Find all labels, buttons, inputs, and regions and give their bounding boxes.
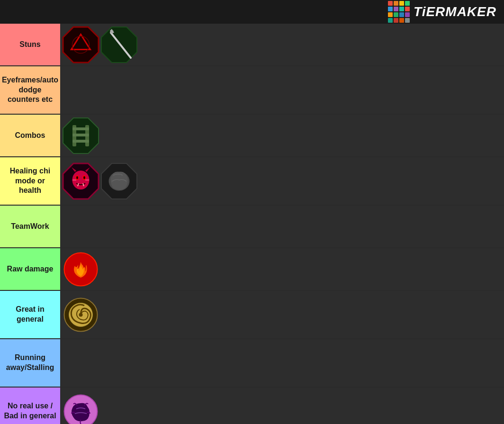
stuns-icon-2 (101, 27, 137, 63)
nouse-icon-1 (63, 394, 99, 424)
svg-point-19 (76, 176, 78, 179)
tier-label-healing: Healing chi mode or health (0, 157, 60, 205)
tier-row-rawdmg: Raw damage (0, 248, 504, 291)
tier-content-teamwork (60, 206, 504, 247)
svg-marker-1 (63, 27, 99, 63)
svg-rect-14 (72, 140, 89, 143)
svg-marker-5 (101, 27, 137, 63)
stuns-icon-1 (63, 27, 99, 63)
tier-content-stuns (60, 24, 504, 65)
tier-content-rawdmg (60, 248, 504, 290)
tier-label-eyeframes: Eyeframes/auto dodge counters etc (0, 66, 60, 114)
tier-content-eyeframes (60, 66, 504, 114)
tier-row-great: Great in general (0, 291, 504, 339)
svg-point-20 (83, 176, 85, 179)
logo-text: TiERMAKER (414, 4, 496, 19)
tier-row-healing: Healing chi mode or health (0, 157, 504, 206)
tier-content-healing (60, 157, 504, 205)
tier-row-stuns: Stuns (0, 24, 504, 66)
tier-label-rawdmg: Raw damage (0, 248, 60, 290)
tier-row-nouse: No real use / Bad in general (0, 388, 504, 424)
logo-grid (388, 1, 410, 23)
logo-container: TiERMAKER (388, 1, 496, 23)
tier-label-nouse: No real use / Bad in general (0, 388, 60, 424)
tier-row-teamwork: TeamWork (0, 206, 504, 248)
tier-label-stuns: Stuns (0, 24, 60, 65)
tier-content-nouse (60, 388, 504, 424)
tier-label-running: Running away/Stalling (0, 339, 60, 387)
tier-row-running: Running away/Stalling (0, 339, 504, 388)
tiermaker-container: TiERMAKER Stuns (0, 0, 504, 424)
tier-row-eyeframes: Eyeframes/auto dodge counters etc (0, 66, 504, 115)
rawdmg-icon-1 (63, 252, 99, 287)
great-icon-1 (63, 297, 99, 333)
tier-content-combos (60, 115, 504, 156)
svg-rect-13 (72, 134, 89, 136)
tier-row-combos: Combos (0, 115, 504, 157)
tier-label-teamwork: TeamWork (0, 206, 60, 247)
header: TiERMAKER (0, 0, 504, 24)
combos-icon-1 (63, 118, 99, 153)
healing-icon-1 (63, 163, 99, 199)
svg-point-30 (79, 313, 83, 316)
tier-content-running (60, 339, 504, 387)
tier-content-great (60, 291, 504, 338)
healing-icon-2 (101, 163, 137, 199)
tier-label-great: Great in general (0, 291, 60, 338)
svg-rect-12 (72, 127, 89, 130)
tier-label-combos: Combos (0, 115, 60, 156)
